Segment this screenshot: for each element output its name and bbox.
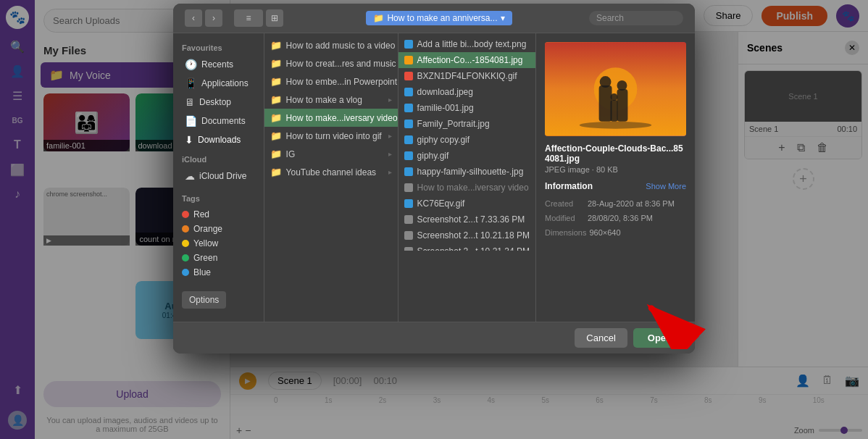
preview-show-more[interactable]: Show More xyxy=(646,182,686,191)
red-arrow xyxy=(636,291,709,352)
file-color-1 xyxy=(404,56,413,64)
folder-list: 📁 How to add music to a video ▸ 📁 How to… xyxy=(264,33,398,322)
folder-add-music-icon: 📁 xyxy=(270,40,282,51)
dialog-title-text: How to make an anniversa... xyxy=(387,13,497,23)
dialog-search-input[interactable] xyxy=(589,11,683,25)
file-item-3[interactable]: download.jpeg xyxy=(398,84,535,100)
cancel-button[interactable]: Cancel xyxy=(575,328,627,348)
view-controls: ≡ ⊞ xyxy=(234,9,283,27)
svg-point-7 xyxy=(611,93,618,101)
file-item-8[interactable]: happy-family-silhouette-.jpg xyxy=(398,164,535,180)
sidebar-item-recents[interactable]: 🕐 Recents xyxy=(176,55,261,74)
tags-title: Tags xyxy=(182,194,255,203)
tags-section: Tags Red Orange Yellow xyxy=(173,188,264,285)
preview-filetype: JPEG image · 80 KB xyxy=(545,165,686,174)
arrow-icon-4: ▸ xyxy=(388,96,392,104)
file-color-9 xyxy=(404,183,413,192)
folder-how-to-make-anniversary[interactable]: 📁 How to make...iversary video ▸ xyxy=(264,109,398,127)
meta-dimensions-value: 960×640 xyxy=(589,226,620,241)
preview-img-bg xyxy=(545,42,686,136)
folder-how-to-make-vlog[interactable]: 📁 How to make a vlog ▸ xyxy=(264,91,398,109)
file-item-5[interactable]: Family_Portrait.jpg xyxy=(398,116,535,132)
file-color-5 xyxy=(404,120,413,128)
meta-dimensions: Dimensions 960×640 xyxy=(545,226,686,241)
file-item-0[interactable]: Add a little bi...body text.png xyxy=(398,36,535,52)
arrow-icon-6: ▸ xyxy=(388,132,392,140)
tag-red-dot xyxy=(182,211,189,218)
dialog-folder-icon: 📁 xyxy=(373,13,384,23)
meta-modified: Modified 28/08/20, 8:36 PM xyxy=(545,212,686,226)
preview-meta: Created 28-Aug-2020 at 8:36 PM Modified … xyxy=(545,197,686,240)
file-color-2 xyxy=(404,72,413,80)
dialog-footer: Cancel Open xyxy=(173,322,695,354)
red-arrow-svg xyxy=(636,291,709,349)
dialog-titlebar: ‹ › ≡ ⊞ 📁 How to make an anniversa... ▾ xyxy=(173,4,695,33)
meta-created-label: Created xyxy=(545,197,585,212)
folder-ig[interactable]: 📁 IG ▸ xyxy=(264,145,398,163)
tag-yellow[interactable]: Yellow xyxy=(182,236,255,251)
svg-rect-4 xyxy=(617,89,627,122)
preview-image xyxy=(545,42,686,136)
folder-how-to-embed[interactable]: 📁 How to embe...in Powerpoint ▸ xyxy=(264,72,398,91)
sidebar-item-icloud[interactable]: ☁ iCloud Drive xyxy=(176,167,261,185)
tag-blue[interactable]: Blue xyxy=(182,265,255,280)
folder-how-to-add-music[interactable]: 📁 How to add music to a video ▸ xyxy=(264,36,398,54)
file-color-11 xyxy=(404,215,413,224)
dialog-forward-button[interactable]: › xyxy=(205,9,222,27)
tag-yellow-dot xyxy=(182,240,189,247)
sidebar-item-applications[interactable]: 📱 Applications xyxy=(176,74,261,93)
folder-youtube-icon: 📁 xyxy=(270,167,282,177)
dialog-body: Favourites 🕐 Recents 📱 Applications 🖥 De… xyxy=(173,33,695,322)
file-item-2[interactable]: BXZN1DF4LFONKKIQ.gif xyxy=(398,68,535,84)
svg-rect-2 xyxy=(599,85,612,122)
file-color-0 xyxy=(404,40,413,49)
applications-icon: 📱 xyxy=(185,78,197,89)
view-icon-button[interactable]: ⊞ xyxy=(266,9,283,27)
file-item-11[interactable]: Screenshot 2...t 7.33.36 PM xyxy=(398,212,535,227)
folder-turn-video-icon: 📁 xyxy=(270,130,282,141)
folder-create-icon: 📁 xyxy=(270,58,282,69)
dialog-nav: ‹ › xyxy=(185,9,222,27)
icloud-icon: ☁ xyxy=(185,170,195,182)
folder-vlog-icon: 📁 xyxy=(270,94,282,105)
folder-how-to-create[interactable]: 📁 How to creat...res and music ▸ xyxy=(264,54,398,72)
file-list: Add a little bi...body text.png Affectio… xyxy=(398,33,535,251)
svg-point-3 xyxy=(600,76,612,88)
tag-blue-dot xyxy=(182,269,189,276)
file-item-6[interactable]: giphy copy.gif xyxy=(398,132,535,148)
file-color-4 xyxy=(404,104,413,112)
file-item-13[interactable]: Screenshot 2...t 10.21.34 PM xyxy=(398,243,535,251)
file-color-13 xyxy=(404,247,413,251)
view-list-button[interactable]: ≡ xyxy=(234,9,263,27)
file-item-10[interactable]: KC76Eqv.gif xyxy=(398,196,535,212)
file-color-8 xyxy=(404,167,413,176)
file-color-10 xyxy=(404,199,413,208)
tag-green-dot xyxy=(182,254,189,262)
folder-youtube[interactable]: 📁 YouTube channel ideas ▸ xyxy=(264,163,398,181)
file-item-12[interactable]: Screenshot 2...t 10.21.18 PM xyxy=(398,227,535,243)
file-item-1[interactable]: Affection-Co...-1854081.jpg xyxy=(398,52,535,68)
file-item-7[interactable]: giphy.gif xyxy=(398,148,535,164)
chevron-down-icon: ▾ xyxy=(501,13,505,23)
favourites-section: Favourites 🕐 Recents 📱 Applications 🖥 De… xyxy=(173,41,264,149)
sidebar-item-desktop[interactable]: 🖥 Desktop xyxy=(176,93,261,112)
meta-created-value: 28-Aug-2020 at 8:36 PM xyxy=(588,197,675,212)
options-button[interactable]: Options xyxy=(182,291,226,309)
file-item-4[interactable]: familie-001.jpg xyxy=(398,100,535,116)
dialog-back-button[interactable]: ‹ xyxy=(185,9,202,27)
downloads-icon: ⬇ xyxy=(185,134,193,146)
tag-green[interactable]: Green xyxy=(182,251,255,265)
recents-icon: 🕐 xyxy=(185,59,197,70)
file-item-9[interactable]: How to make...iversary video xyxy=(398,180,535,196)
tag-red[interactable]: Red xyxy=(182,207,255,222)
svg-rect-6 xyxy=(611,100,618,122)
svg-line-10 xyxy=(651,308,685,338)
sidebar-item-documents[interactable]: 📄 Documents xyxy=(176,112,261,130)
folder-how-to-turn-video[interactable]: 📁 How to turn video into gif ▸ xyxy=(264,127,398,145)
tag-orange[interactable]: Orange xyxy=(182,222,255,236)
preview-filename: Affection-Couple-Clouds-Bac...854081.jpg xyxy=(545,143,686,164)
svg-point-5 xyxy=(617,80,627,91)
sidebar-item-downloads[interactable]: ⬇ Downloads xyxy=(176,130,261,149)
folder-embed-icon: 📁 xyxy=(270,76,282,87)
documents-icon: 📄 xyxy=(185,115,197,127)
